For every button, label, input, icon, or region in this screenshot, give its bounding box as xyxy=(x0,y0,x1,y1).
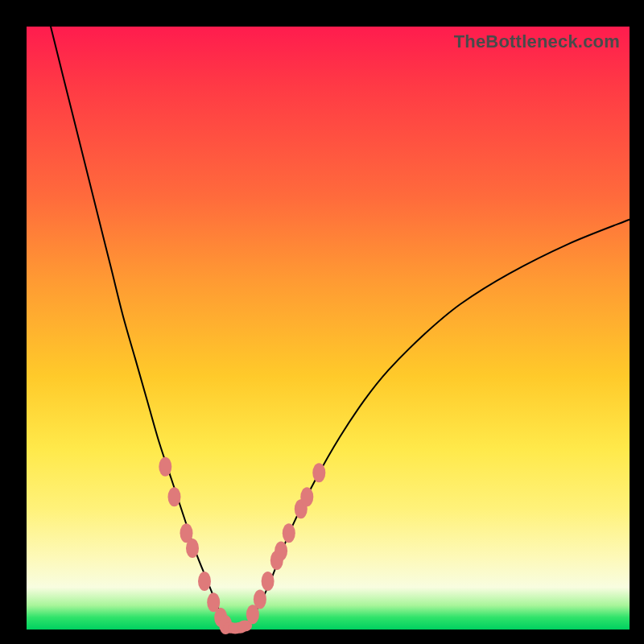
bottleneck-curve xyxy=(51,27,630,630)
bead-marker xyxy=(262,572,275,591)
outer-frame: TheBottleneck.com xyxy=(0,0,644,644)
bead-marker xyxy=(300,487,313,506)
plot-area: TheBottleneck.com xyxy=(27,27,630,630)
bead-marker xyxy=(186,539,199,558)
bead-marker xyxy=(283,523,295,543)
bead-marker xyxy=(198,572,211,591)
bead-marker xyxy=(312,463,325,482)
bead-marker xyxy=(254,590,266,609)
bead-marker xyxy=(275,542,287,561)
bead-marker xyxy=(168,487,181,506)
chart-svg xyxy=(27,27,630,630)
bead-marker xyxy=(159,457,171,477)
curve-beads xyxy=(159,457,325,634)
